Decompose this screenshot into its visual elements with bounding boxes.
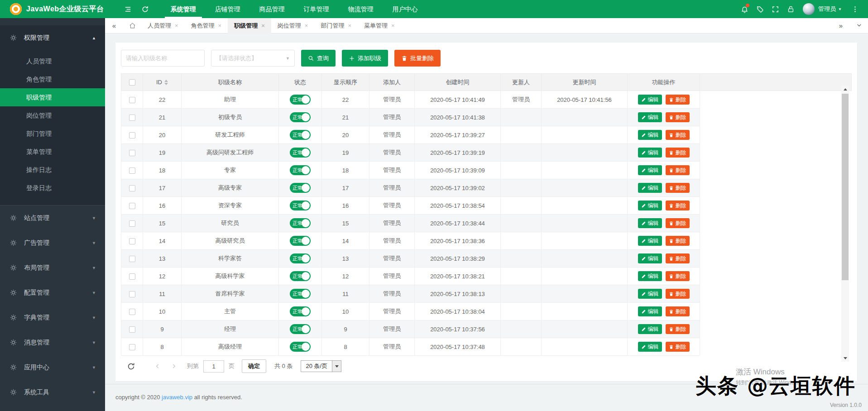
sidebar-group-header[interactable]: 站点管理 ▼ — [0, 206, 105, 230]
status-toggle[interactable]: 正常 — [290, 324, 311, 334]
rank-name-input[interactable] — [121, 50, 205, 67]
sidebar-item[interactable]: 操作日志 — [0, 161, 105, 179]
tabs-menu-button[interactable] — [850, 22, 868, 29]
status-toggle[interactable]: 正常 — [290, 130, 311, 140]
row-checkbox[interactable] — [129, 238, 135, 244]
delete-button[interactable]: 删除 — [666, 324, 690, 334]
status-toggle[interactable]: 正常 — [290, 183, 311, 193]
sidebar-group-header[interactable]: 布局管理 ▼ — [0, 255, 105, 280]
footer-link[interactable]: javaweb.vip — [162, 394, 192, 401]
sidebar-item[interactable]: 岗位管理 — [0, 106, 105, 124]
row-checkbox[interactable] — [129, 326, 135, 333]
sidebar-collapse-button[interactable] — [120, 0, 137, 18]
delete-button[interactable]: 删除 — [666, 183, 690, 193]
sidebar-item[interactable]: 登录日志 — [0, 179, 105, 197]
sidebar-group-header[interactable]: 系统工具 ▼ — [0, 380, 105, 405]
pagination-refresh-button[interactable] — [127, 362, 135, 371]
row-checkbox[interactable] — [129, 220, 135, 227]
delete-button[interactable]: 删除 — [666, 112, 690, 122]
add-rank-button[interactable]: 添加职级 — [342, 50, 388, 67]
lock-screen-button[interactable] — [783, 0, 798, 18]
row-checkbox[interactable] — [129, 167, 135, 174]
row-checkbox[interactable] — [129, 115, 135, 121]
tab[interactable]: 岗位管理 × — [271, 18, 315, 33]
tab[interactable]: 部门管理 × — [314, 18, 358, 33]
nav-menu-item[interactable]: 物流管理 — [339, 0, 383, 18]
edit-button[interactable]: 编辑 — [638, 218, 662, 228]
status-toggle[interactable]: 正常 — [290, 236, 311, 246]
row-checkbox[interactable] — [129, 273, 135, 280]
sidebar-group-header[interactable]: 权限管理 ▲ — [0, 25, 105, 50]
row-checkbox[interactable] — [129, 97, 135, 103]
home-tab[interactable] — [123, 22, 141, 29]
sidebar-item[interactable]: 菜单管理 — [0, 143, 105, 161]
close-icon[interactable]: × — [305, 22, 308, 29]
close-icon[interactable]: × — [218, 22, 222, 29]
status-toggle[interactable]: 正常 — [290, 148, 311, 158]
status-toggle[interactable]: 正常 — [290, 218, 311, 228]
sidebar-item[interactable]: 角色管理 — [0, 70, 105, 88]
sidebar-group-header[interactable]: 广告管理 ▼ — [0, 230, 105, 255]
sidebar-group-header[interactable]: 字典管理 ▼ — [0, 305, 105, 330]
more-options-button[interactable] — [847, 0, 863, 18]
row-checkbox[interactable] — [129, 185, 135, 191]
sort-icon[interactable] — [164, 80, 168, 85]
next-page-button[interactable] — [171, 363, 177, 369]
row-checkbox[interactable] — [129, 256, 135, 262]
delete-button[interactable]: 删除 — [666, 342, 690, 352]
close-icon[interactable]: × — [391, 22, 395, 29]
delete-button[interactable]: 删除 — [666, 148, 690, 158]
sidebar-group-header[interactable]: 配置管理 ▼ — [0, 280, 105, 305]
sidebar-group-header[interactable]: 应用中心 ▼ — [0, 355, 105, 380]
sidebar-item[interactable]: 人员管理 — [0, 52, 105, 70]
row-checkbox[interactable] — [129, 344, 135, 350]
sidebar-item[interactable]: 部门管理 — [0, 124, 105, 143]
tab[interactable]: 菜单管理 × — [358, 18, 401, 33]
select-all-checkbox[interactable] — [129, 79, 135, 86]
status-toggle[interactable]: 正常 — [290, 253, 311, 263]
scroll-down-icon[interactable] — [841, 354, 849, 362]
column-header-id[interactable]: ID — [156, 79, 162, 86]
status-toggle[interactable]: 正常 — [290, 342, 311, 352]
tabs-forward-button[interactable]: » — [832, 22, 850, 29]
page-number-input[interactable] — [203, 360, 224, 373]
search-button[interactable]: 查询 — [301, 50, 336, 67]
row-checkbox[interactable] — [129, 150, 135, 156]
tab[interactable]: 人员管理 × — [141, 18, 185, 33]
notifications-button[interactable] — [737, 0, 752, 18]
delete-button[interactable]: 删除 — [666, 236, 690, 246]
edit-button[interactable]: 编辑 — [638, 165, 662, 175]
sidebar-group-header[interactable]: 消息管理 ▼ — [0, 330, 105, 355]
nav-menu-item[interactable]: 用户中心 — [383, 0, 427, 18]
confirm-page-button[interactable]: 确定 — [242, 359, 266, 373]
delete-button[interactable]: 删除 — [666, 271, 690, 281]
prev-page-button[interactable] — [154, 363, 161, 369]
delete-button[interactable]: 删除 — [666, 201, 690, 210]
status-toggle[interactable]: 正常 — [290, 289, 311, 299]
nav-menu-item[interactable]: 店铺管理 — [206, 0, 250, 18]
edit-button[interactable]: 编辑 — [638, 271, 662, 281]
close-icon[interactable]: × — [348, 22, 351, 29]
tag-button[interactable] — [752, 0, 767, 18]
delete-button[interactable]: 删除 — [666, 165, 690, 175]
close-icon[interactable]: × — [261, 22, 265, 29]
edit-button[interactable]: 编辑 — [638, 253, 662, 263]
close-icon[interactable]: × — [175, 22, 178, 29]
dropdown-caret-icon[interactable] — [332, 361, 341, 372]
status-toggle[interactable]: 正常 — [290, 165, 311, 175]
fullscreen-button[interactable] — [767, 0, 783, 18]
row-checkbox[interactable] — [129, 291, 135, 297]
delete-button[interactable]: 删除 — [666, 306, 690, 316]
status-toggle[interactable]: 正常 — [290, 271, 311, 281]
page-size-select[interactable]: 20 条/页 — [301, 360, 341, 372]
edit-button[interactable]: 编辑 — [638, 324, 662, 334]
batch-delete-button[interactable]: 批量删除 — [394, 50, 441, 67]
status-select[interactable]: 【请选择状态】 ▼ — [211, 50, 295, 67]
status-toggle[interactable]: 正常 — [290, 306, 311, 316]
edit-button[interactable]: 编辑 — [638, 95, 662, 105]
edit-button[interactable]: 编辑 — [638, 201, 662, 210]
delete-button[interactable]: 删除 — [666, 95, 690, 105]
edit-button[interactable]: 编辑 — [638, 183, 662, 193]
nav-menu-item[interactable]: 系统管理 — [161, 0, 206, 18]
scrollbar-thumb[interactable] — [842, 94, 849, 280]
